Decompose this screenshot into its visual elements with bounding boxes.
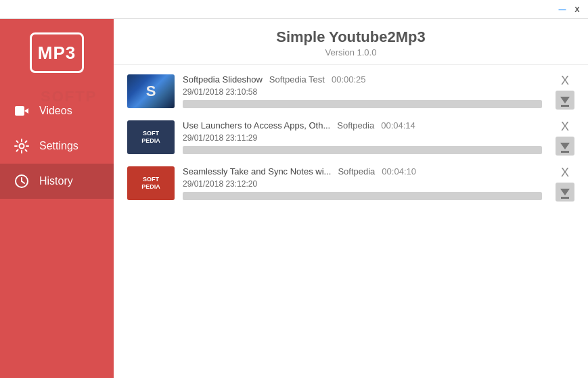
item-meta-2: Use Launchers to Access Apps, Oth... Sof…	[183, 120, 542, 131]
main-content: Simple Youtube2Mp3 Version 1.0.0 SOFTP S…	[114, 19, 588, 378]
item-channel-1: Softpedia Test	[269, 74, 325, 85]
download-arrow-wrap-2	[560, 140, 570, 153]
download-bar-2	[561, 151, 569, 153]
item-duration-1: 00:00:25	[332, 74, 366, 85]
title-bar: — X	[0, 0, 588, 19]
sidebar-item-settings-label: Settings	[39, 140, 78, 152]
sidebar: MP3 Videos Settings	[0, 19, 114, 378]
download-arrow-1	[560, 97, 570, 103]
sidebar-item-videos-label: Videos	[39, 105, 72, 117]
sidebar-item-history-label: History	[39, 175, 73, 187]
item-meta-1: Softpedia Slideshow Softpedia Test 00:00…	[183, 74, 542, 85]
history-item-2: SOFTPEDIA Use Launchers to Access Apps, …	[127, 119, 574, 156]
history-item-1: S Softpedia Slideshow Softpedia Test 00:…	[127, 73, 574, 110]
download-button-3[interactable]	[556, 183, 574, 202]
item-info-1: Softpedia Slideshow Softpedia Test 00:00…	[183, 74, 542, 108]
item-duration-2: 00:04:14	[381, 120, 415, 131]
item-date-2: 29/01/2018 23:11:29	[183, 133, 542, 143]
item-info-3: Seamlessly Take and Sync Notes wi... Sof…	[183, 166, 542, 200]
app-logo: MP3	[30, 32, 84, 73]
progress-bar-wrap-2	[183, 146, 542, 154]
item-info-2: Use Launchers to Access Apps, Oth... Sof…	[183, 120, 542, 154]
item-actions-3: X	[556, 165, 574, 202]
svg-marker-1	[24, 108, 28, 114]
download-arrow-wrap-3	[560, 186, 570, 199]
download-arrow-2	[560, 143, 570, 149]
thumb-letter-1: S	[146, 82, 156, 100]
app-title: Simple Youtube2Mp3	[114, 28, 588, 46]
thumbnail-2: SOFTPEDIA	[127, 120, 175, 154]
progress-bar-wrap-3	[183, 192, 542, 200]
remove-button-3[interactable]: X	[558, 165, 572, 180]
item-title-1: Softpedia Slideshow	[183, 74, 263, 85]
svg-point-2	[20, 144, 24, 149]
close-window-button[interactable]: X	[572, 4, 583, 15]
item-actions-1: X	[556, 73, 574, 110]
item-duration-3: 00:04:10	[382, 166, 416, 176]
thumbnail-1: S	[127, 74, 175, 108]
item-title-3: Seamlessly Take and Sync Notes wi...	[183, 166, 331, 176]
download-bar-3	[561, 197, 569, 199]
minimize-button[interactable]: —	[557, 4, 568, 15]
download-arrow-3	[560, 189, 570, 195]
download-button-1[interactable]	[556, 91, 574, 110]
remove-button-1[interactable]: X	[558, 73, 572, 88]
item-date-1: 29/01/2018 23:10:58	[183, 87, 542, 97]
sidebar-item-videos[interactable]: Videos	[0, 93, 114, 128]
window-controls: — X	[557, 4, 583, 15]
item-channel-2: Softpedia	[337, 120, 374, 131]
sidebar-item-settings[interactable]: Settings	[0, 128, 114, 164]
app-container: MP3 Videos Settings	[0, 19, 588, 378]
settings-icon	[14, 138, 30, 154]
logo-area: MP3	[0, 26, 114, 80]
thumb-logo-3: SOFTPEDIA	[141, 176, 160, 191]
history-item-3: SOFTPEDIA Seamlessly Take and Sync Notes…	[127, 165, 574, 202]
history-icon	[14, 173, 30, 189]
remove-button-2[interactable]: X	[558, 119, 572, 134]
download-arrow-wrap-1	[560, 94, 570, 107]
download-bar-1	[561, 105, 569, 107]
app-header: Simple Youtube2Mp3 Version 1.0.0	[114, 19, 588, 65]
download-button-2[interactable]	[556, 137, 574, 156]
item-date-3: 29/01/2018 23:12:20	[183, 179, 542, 189]
svg-rect-0	[15, 106, 24, 116]
app-version: Version 1.0.0	[114, 47, 588, 57]
thumbnail-3: SOFTPEDIA	[127, 166, 175, 200]
thumb-logo-2: SOFTPEDIA	[141, 130, 160, 145]
item-meta-3: Seamlessly Take and Sync Notes wi... Sof…	[183, 166, 542, 176]
video-icon	[14, 103, 30, 119]
item-actions-2: X	[556, 119, 574, 156]
progress-bar-wrap-1	[183, 100, 542, 108]
history-list: S Softpedia Slideshow Softpedia Test 00:…	[114, 65, 588, 378]
item-channel-3: Softpedia	[338, 166, 375, 176]
item-title-2: Use Launchers to Access Apps, Oth...	[183, 120, 330, 131]
sidebar-item-history[interactable]: History	[0, 164, 114, 199]
